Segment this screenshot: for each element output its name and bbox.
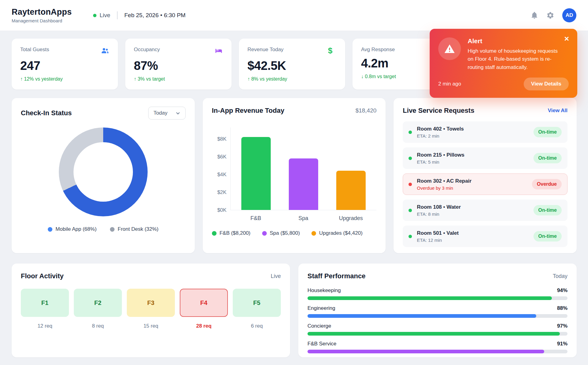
kpi-label: Total Guests [20,47,49,53]
staff-title: Staff Performance [307,272,366,280]
y-tick-label: $2K [217,189,226,196]
bell-icon[interactable] [530,11,538,19]
checkin-range-select[interactable]: Today [148,107,185,120]
chevron-down-icon [175,111,180,116]
service-request-row[interactable]: Room 501 • ValetETA: 12 minOn-time [403,226,567,247]
kpi-label: Occupancy [134,47,160,53]
alert-message: High volume of housekeeping requests on … [468,47,558,71]
service-eta: Overdue by 3 min [417,185,471,191]
x-axis-label: Upgrades [327,215,375,222]
legend-dot [48,227,52,232]
bed-icon [214,47,223,55]
floor-activity-card: Floor Activity Live F1F2F3F4F5 12 req8 r… [12,264,290,357]
service-request-row[interactable]: Room 302 • AC RepairOverdue by 3 minOver… [403,173,567,195]
status-badge: On-time [533,153,562,163]
floor-tile-f4[interactable]: F4 [180,289,228,317]
progress-fill [307,350,544,353]
floor-tiles: F1F2F3F4F5 [21,289,281,317]
floor-request-count: 15 req [127,323,175,329]
floor-tile-f1[interactable]: F1 [21,289,69,317]
progress-track [307,314,567,318]
live-status: Live [93,12,110,19]
close-icon[interactable]: ✕ [564,36,569,42]
staff-department: Engineering [307,305,335,311]
floor-tile-f5[interactable]: F5 [233,289,281,317]
checkin-legend: Mobile App (68%)Front Desk (32%) [21,226,186,232]
status-badge: On-time [533,127,562,137]
header: RaytertonApps Management Dashboard Live … [0,0,588,31]
staff-row: F&B Service91% [307,341,567,353]
staff-department: F&B Service [307,341,336,347]
view-all-link[interactable]: View All [548,108,567,114]
status-dot-icon [409,183,412,186]
staff-percentage: 88% [557,305,567,311]
service-request-row[interactable]: Room 402 • TowelsETA: 2 minOn-time [403,121,567,143]
kpi-grid: Total Guests247↑ 12% vs yesterdayOccupan… [12,39,459,89]
service-texts: Room 302 • AC RepairOverdue by 3 min [417,178,471,191]
staff-row: Engineering88% [307,305,567,318]
status-dot-icon [409,157,412,160]
kpi-value: $42.5K [247,59,337,73]
avatar[interactable]: AD [562,8,576,22]
staff-department: Housekeeping [307,287,341,294]
select-value: Today [153,110,167,116]
revenue-bar-chart: $8K$6K$4K$2K$0K [212,127,377,210]
legend-label: Upgrades ($4,420) [319,230,363,236]
warning-icon [438,37,461,60]
services-list: Room 402 • TowelsETA: 2 minOn-timeRoom 2… [403,121,567,247]
alert-content: Alert High volume of housekeeping reques… [468,37,558,71]
service-room: Room 215 • Pillows [417,152,464,158]
alert-timestamp: 2 min ago [438,81,461,87]
bars-area [230,127,377,210]
live-dot [93,14,96,17]
legend-item: Front Desk (32%) [110,226,158,232]
bar-spa [289,158,318,210]
staff-row: Concierge97% [307,323,567,336]
bar-column [280,127,327,210]
staff-percentage: 97% [557,323,567,329]
service-eta: ETA: 12 min [417,238,458,243]
service-room: Room 402 • Towels [417,126,464,132]
app-title: RaytertonApps [12,7,72,17]
checkin-title: Check-In Status [21,109,72,117]
gear-icon[interactable] [546,11,554,19]
status-badge: On-time [533,231,562,241]
bar-column [327,127,375,210]
live-label: Live [100,12,110,19]
progress-track [307,296,567,300]
x-axis-label: Spa [280,215,327,222]
header-divider [117,11,118,19]
service-request-row[interactable]: Room 215 • PillowsETA: 5 minOn-time [403,147,567,169]
staff-row: Housekeeping94% [307,287,567,300]
legend-item: Mobile App (68%) [48,226,96,232]
staff-performance-card: Staff Performance Today Housekeeping94%E… [298,264,577,357]
staff-percentage: 94% [557,287,567,294]
dashboard-page: RaytertonApps Management Dashboard Live … [0,0,588,365]
status-badge: On-time [533,205,562,215]
header-datetime: Feb 25, 2026 • 6:30 PM [124,12,186,19]
legend-dot [262,231,267,236]
legend-item: Upgrades ($4,420) [311,230,363,236]
revenue-total: $18,420 [356,107,377,114]
service-room: Room 302 • AC Repair [417,178,471,184]
floor-request-count: 28 req [180,323,228,329]
kpi-value: 87% [134,59,223,73]
legend-dot [212,231,217,236]
view-details-button[interactable]: View Details [524,78,569,90]
floor-request-count: 12 req [21,323,69,329]
header-actions: AD [530,8,576,22]
floor-tile-f3[interactable]: F3 [127,289,175,317]
status-badge: Overdue [532,179,562,189]
services-title: Live Service Requests [403,107,474,115]
legend-item: Spa ($5,800) [262,230,300,236]
bar-f-b [241,137,271,210]
staff-badge: Today [553,273,567,279]
brand: RaytertonApps Management Dashboard [12,7,72,23]
checkin-card: Check-In Status Today Mobile App (68%)Fr… [12,98,195,253]
progress-track [307,332,567,336]
revenue-legend: F&B ($8,200)Spa ($5,800)Upgrades ($4,420… [212,230,377,236]
status-dot-icon [409,209,412,212]
service-request-row[interactable]: Room 108 • WaterETA: 8 minOn-time [403,200,567,221]
y-tick-label: $4K [217,172,226,178]
floor-tile-f2[interactable]: F2 [74,289,122,317]
